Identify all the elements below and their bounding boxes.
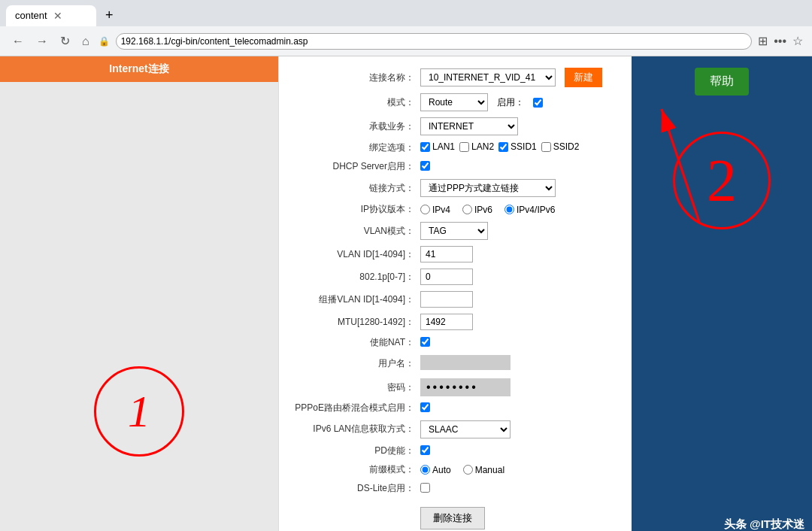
- service-select[interactable]: INTERNET: [420, 117, 518, 135]
- binding-ssid1-option[interactable]: SSID1: [498, 141, 537, 152]
- prefix-manual-label: Manual: [475, 465, 504, 475]
- bookmark-btn[interactable]: ☆: [792, 34, 803, 48]
- pppoe-mixed-control: [420, 402, 617, 414]
- dhcp-row: DHCP Server启用：: [294, 160, 617, 173]
- mode-select[interactable]: Route: [420, 93, 488, 111]
- forward-btn[interactable]: →: [33, 32, 51, 51]
- mode-label: 模式：: [294, 96, 414, 109]
- extensions-btn[interactable]: ⊞: [758, 34, 768, 48]
- back-btn[interactable]: ←: [9, 32, 27, 51]
- ipv4ipv6-radio[interactable]: [504, 205, 514, 214]
- mtu-input[interactable]: [420, 314, 473, 330]
- ds-lite-control: [420, 483, 617, 495]
- multicast-vlan-input[interactable]: [420, 291, 473, 308]
- prefix-manual-option[interactable]: Manual: [463, 465, 504, 475]
- enable-checkbox[interactable]: [533, 98, 543, 108]
- tab-title: content: [15, 10, 47, 21]
- ds-lite-checkbox[interactable]: [420, 483, 430, 493]
- tab-bar: content ✕ +: [0, 0, 812, 26]
- prefix-auto-radio[interactable]: [420, 465, 430, 475]
- ipv4ipv6-option[interactable]: IPv4/IPv6: [504, 205, 555, 215]
- vlan-mode-select[interactable]: TAG: [420, 222, 488, 240]
- ds-lite-label: DS-Lite启用：: [294, 482, 414, 495]
- binding-lan1-checkbox[interactable]: [420, 142, 430, 152]
- username-control: [420, 355, 617, 372]
- browser-actions: ⊞ ••• ☆: [758, 34, 803, 48]
- connection-name-row: 连接名称： 10_INTERNET_R_VID_41 新建: [294, 68, 617, 87]
- security-icon: 🔒: [98, 36, 110, 47]
- username-label: 用户名：: [294, 357, 414, 370]
- link-method-row: 链接方式： 通过PPP方式建立链接: [294, 179, 617, 197]
- binding-ssid2-label: SSID2: [553, 141, 580, 152]
- service-label: 承载业务：: [294, 120, 414, 133]
- prefix-mode-row: 前缀模式： Auto Manual: [294, 463, 617, 476]
- vlan-mode-control: TAG: [420, 222, 617, 240]
- annotation-number-1: 1: [128, 386, 150, 438]
- multicast-vlan-control: [420, 291, 617, 308]
- connection-name-select[interactable]: 10_INTERNET_R_VID_41: [420, 68, 556, 86]
- binding-ssid1-checkbox[interactable]: [498, 142, 508, 152]
- new-tab-btn[interactable]: +: [99, 5, 120, 26]
- binding-ssid2-option[interactable]: SSID2: [541, 141, 580, 152]
- vlan-id-input[interactable]: [420, 246, 473, 262]
- mode-control: Route 启用：: [420, 93, 617, 111]
- tab-close-btn[interactable]: ✕: [53, 10, 62, 22]
- ipv4-option[interactable]: IPv4: [420, 205, 450, 215]
- browser-chrome: content ✕ + ← → ↻ ⌂ 🔒 ⊞ ••• ☆: [0, 0, 812, 56]
- reload-btn[interactable]: ↻: [57, 31, 73, 51]
- prefix-auto-option[interactable]: Auto: [420, 465, 451, 475]
- pppoe-mixed-label: PPPoE路由桥混合模式启用：: [294, 402, 414, 414]
- binding-options: LAN1 LAN2 SSID1: [420, 141, 617, 152]
- ipv6-option[interactable]: IPv6: [462, 205, 492, 215]
- delete-btn[interactable]: 删除连接: [420, 507, 485, 529]
- ipv6-label: IPv6: [474, 205, 492, 215]
- vlan-mode-row: VLAN模式： TAG: [294, 222, 617, 240]
- binding-lan2-option[interactable]: LAN2: [459, 141, 494, 152]
- ipv6-info-select[interactable]: SLAAC: [420, 420, 511, 438]
- nat-control: [420, 337, 617, 349]
- link-method-label: 链接方式：: [294, 182, 414, 195]
- connection-name-control: 10_INTERNET_R_VID_41 新建: [420, 68, 617, 87]
- nat-checkbox[interactable]: [420, 337, 430, 347]
- pppoe-mixed-checkbox[interactable]: [420, 402, 430, 412]
- prefix-manual-radio[interactable]: [463, 465, 473, 475]
- mode-row: 模式： Route 启用：: [294, 93, 617, 111]
- vlan-id-control: [420, 246, 617, 262]
- sidebar-header: Internet连接: [0, 56, 278, 82]
- delete-row: 删除连接: [294, 501, 617, 529]
- ip-version-label: IP协议版本：: [294, 203, 414, 216]
- dot1p-label: 802.1p[0-7]：: [294, 271, 414, 284]
- binding-lan2-checkbox[interactable]: [459, 142, 469, 152]
- ipv6-info-row: IPv6 LAN信息获取方式： SLAAC: [294, 420, 617, 438]
- address-input[interactable]: [116, 33, 753, 50]
- binding-lan1-option[interactable]: LAN1: [420, 141, 455, 152]
- binding-lan1-label: LAN1: [432, 141, 455, 152]
- multicast-vlan-label: 组播VLAN ID[1-4094]：: [294, 293, 414, 306]
- dhcp-checkbox[interactable]: [420, 161, 430, 171]
- password-label: 密码：: [294, 381, 414, 394]
- ipv4-radio[interactable]: [420, 205, 430, 214]
- help-panel: 帮助 2 头条 @IT技术迷: [632, 56, 812, 531]
- link-method-select[interactable]: 通过PPP方式建立链接: [420, 179, 556, 197]
- home-btn[interactable]: ⌂: [79, 32, 92, 51]
- ip-version-row: IP协议版本： IPv4 IPv6 IPv4/IPv6: [294, 203, 617, 216]
- browser-tab[interactable]: content ✕: [6, 5, 96, 26]
- ipv6-info-label: IPv6 LAN信息获取方式：: [294, 423, 414, 435]
- password-control: ••••••••: [420, 378, 617, 396]
- menu-btn[interactable]: •••: [774, 35, 786, 48]
- mtu-control: [420, 314, 617, 330]
- multicast-vlan-row: 组播VLAN ID[1-4094]：: [294, 291, 617, 308]
- pd-checkbox[interactable]: [420, 445, 430, 455]
- service-control: INTERNET: [420, 117, 617, 135]
- panel-area: Internet连接 1 连接名称： 10_INTERNET_R_VID_41 …: [0, 56, 812, 531]
- enable-label: 启用：: [497, 96, 524, 109]
- prefix-mode-label: 前缀模式：: [294, 463, 414, 476]
- nat-label: 使能NAT：: [294, 336, 414, 349]
- dot1p-input[interactable]: [420, 269, 473, 285]
- new-connection-btn[interactable]: 新建: [565, 68, 602, 87]
- binding-label: 绑定选项：: [294, 141, 414, 154]
- annotation-circle-2: 2: [673, 132, 771, 229]
- binding-ssid2-checkbox[interactable]: [541, 142, 551, 152]
- ipv6-radio[interactable]: [462, 205, 472, 214]
- connection-name-label: 连接名称：: [294, 71, 414, 84]
